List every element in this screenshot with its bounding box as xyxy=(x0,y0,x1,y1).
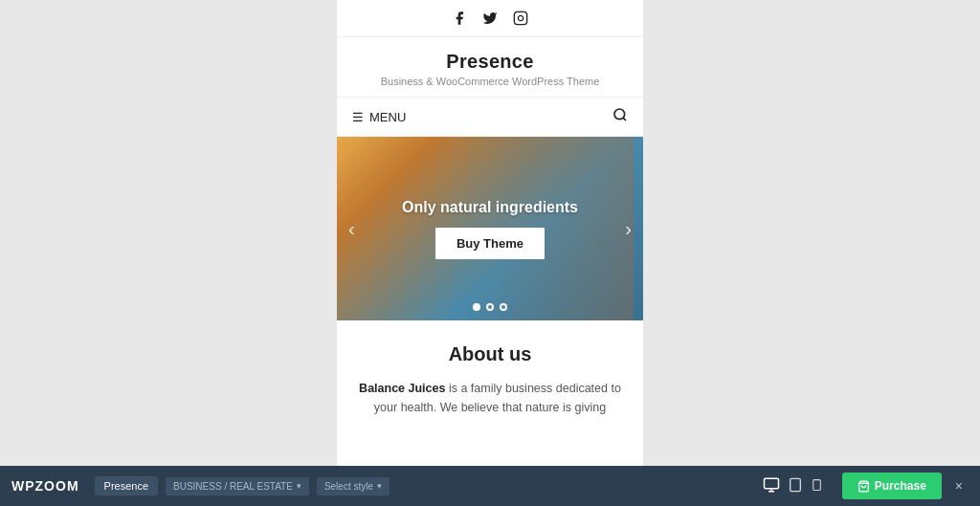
svg-point-2 xyxy=(614,109,625,120)
buy-theme-button[interactable]: Buy Theme xyxy=(435,228,545,259)
nav-bar: ☰ MENU xyxy=(337,98,643,137)
about-text-bold: Balance Juices xyxy=(359,382,445,395)
menu-label: MENU xyxy=(369,110,406,124)
category-chevron: ▾ xyxy=(297,481,301,491)
site-title: Presence xyxy=(346,51,634,73)
style-chevron: ▾ xyxy=(377,481,382,491)
dot-2[interactable] xyxy=(486,303,494,311)
social-bar xyxy=(337,0,643,37)
slider-dots xyxy=(473,303,507,311)
dot-3[interactable] xyxy=(500,303,507,311)
svg-rect-0 xyxy=(514,11,526,24)
style-label: Select style xyxy=(324,481,373,492)
svg-line-3 xyxy=(623,118,626,121)
dot-1[interactable] xyxy=(473,303,480,311)
about-text: Balance Juices is a family business dedi… xyxy=(356,379,624,417)
tablet-icon[interactable] xyxy=(788,476,803,496)
search-icon[interactable] xyxy=(612,107,628,126)
device-icons xyxy=(763,476,823,496)
bottom-toolbar: WPZOOM Presence BUSINESS / REAL ESTATE ▾… xyxy=(0,466,980,506)
hero-text: Only natural ingredients xyxy=(402,199,578,216)
svg-rect-7 xyxy=(790,478,800,491)
facebook-icon[interactable] xyxy=(451,10,468,27)
hero-slider: Only natural ingredients Buy Theme ‹ › xyxy=(337,137,643,320)
main-area: Presence Business & WooCommerce WordPres… xyxy=(0,0,980,466)
wpzoom-logo: WPZOOM xyxy=(11,478,79,494)
desktop-icon[interactable] xyxy=(763,476,780,496)
site-tagline: Business & WooCommerce WordPress Theme xyxy=(346,76,634,87)
hamburger-icon: ☰ xyxy=(352,110,364,124)
style-dropdown[interactable]: Select style ▾ xyxy=(317,477,390,495)
slider-next-button[interactable]: › xyxy=(617,214,639,244)
about-title: About us xyxy=(356,343,624,365)
theme-name-badge: Presence xyxy=(95,476,158,495)
close-button[interactable]: × xyxy=(949,474,969,497)
mobile-icon[interactable] xyxy=(811,476,823,496)
purchase-button[interactable]: Purchase xyxy=(842,473,942,499)
instagram-icon[interactable] xyxy=(512,10,529,27)
hero-overlay: Only natural ingredients Buy Theme xyxy=(337,137,643,320)
twitter-icon[interactable] xyxy=(481,10,499,27)
svg-rect-4 xyxy=(764,478,778,489)
about-section: About us Balance Juices is a family busi… xyxy=(337,320,643,432)
menu-toggle[interactable]: ☰ MENU xyxy=(352,110,406,124)
category-label: BUSINESS / REAL ESTATE xyxy=(173,481,293,492)
site-preview: Presence Business & WooCommerce WordPres… xyxy=(337,0,643,466)
site-header: Presence Business & WooCommerce WordPres… xyxy=(337,37,643,98)
category-dropdown[interactable]: BUSINESS / REAL ESTATE ▾ xyxy=(166,477,309,495)
purchase-label: Purchase xyxy=(875,479,926,493)
slider-prev-button[interactable]: ‹ xyxy=(341,214,363,244)
